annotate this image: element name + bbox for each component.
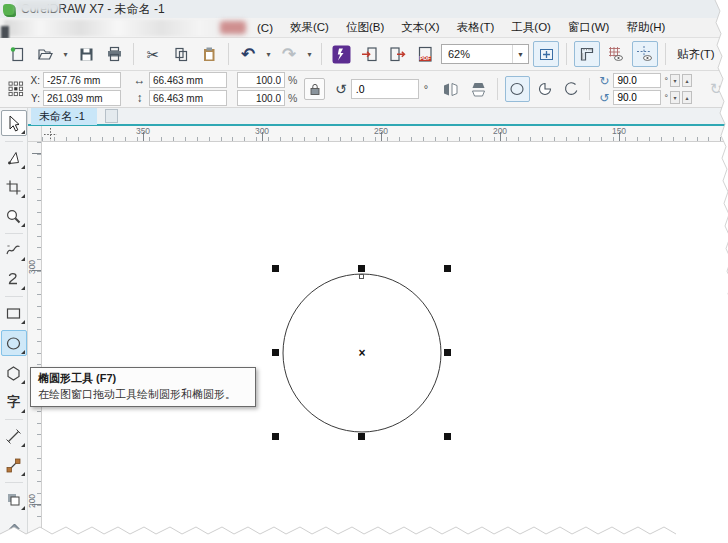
open-dropdown-caret[interactable]: ▾	[61, 50, 70, 59]
standard-toolbar: ▾ ✂ ↶ ▾ ↷ ▾ PDF	[0, 38, 728, 71]
polygon-tool[interactable]	[2, 361, 26, 385]
snap-to-dropdown[interactable]: 贴齐(T) ▾	[673, 45, 728, 64]
polygon-tool-icon	[5, 365, 22, 382]
degree-sign: °	[664, 76, 668, 86]
pdf-label: PDF	[413, 55, 437, 61]
export-button[interactable]	[385, 42, 409, 66]
rectangle-tool-icon	[5, 305, 22, 322]
selection-handle-sw[interactable]	[272, 433, 279, 440]
mirror-vertical-button[interactable]	[466, 77, 490, 101]
cut-button[interactable]: ✂	[141, 42, 165, 66]
arc-start-field[interactable]	[613, 73, 661, 88]
selection-handle-e[interactable]	[444, 349, 451, 356]
selection-handle-se[interactable]	[444, 433, 451, 440]
pick-tool[interactable]	[1, 110, 27, 136]
snap-to-caret: ▾	[719, 50, 728, 59]
show-guidelines-button[interactable]	[632, 41, 658, 67]
menu-effects[interactable]: 效果(C)	[288, 19, 331, 36]
toolbox-separator	[5, 419, 23, 420]
object-position-button[interactable]	[6, 78, 26, 100]
dimension-tool[interactable]	[2, 424, 26, 448]
lock-ratio-button[interactable]	[304, 78, 325, 100]
copy-button[interactable]	[169, 42, 193, 66]
save-button[interactable]	[74, 42, 98, 66]
arc-end-field[interactable]	[613, 90, 661, 105]
arc-start-spin-up[interactable]: ▴	[682, 74, 692, 87]
scale-h-field[interactable]	[237, 72, 285, 88]
arc-end-spin-up[interactable]: ▴	[682, 91, 692, 104]
x-position-field[interactable]	[43, 72, 121, 88]
zoom-fit-button[interactable]	[533, 41, 559, 67]
selection-handle-s[interactable]	[358, 433, 365, 440]
undo-dropdown-caret[interactable]: ▾	[264, 50, 273, 59]
mirror-horizontal-button[interactable]	[438, 77, 462, 101]
menu-help[interactable]: 帮助(H)	[624, 19, 667, 36]
arc-start-spin-down[interactable]: ▾	[670, 74, 680, 87]
new-document-button[interactable]	[5, 42, 29, 66]
text-tool[interactable]: 字	[2, 390, 26, 414]
ellipse-tool[interactable]	[1, 330, 27, 356]
zoom-tool[interactable]	[2, 204, 26, 228]
undo-button[interactable]: ↶	[236, 42, 260, 66]
shape-tool[interactable]	[2, 146, 26, 170]
tooltip-description: 在绘图窗口拖动工具绘制圆形和椭圆形。	[38, 387, 248, 402]
show-rulers-button[interactable]	[574, 41, 600, 67]
object-height-field[interactable]	[149, 90, 227, 106]
arc-angle-group: ↻ ° ▾ ▴ ↺ ° ▾ ▴	[597, 73, 692, 105]
flyout-indicator	[21, 257, 25, 261]
selection-handle-n[interactable]	[358, 265, 365, 272]
bspline-tool[interactable]	[2, 267, 26, 291]
vertical-ruler[interactable]: 300 200	[28, 142, 42, 543]
selection-handle-w[interactable]	[272, 349, 279, 356]
pie-mode-button[interactable]	[534, 77, 556, 101]
y-position-field[interactable]	[43, 90, 121, 106]
redo-dropdown-caret[interactable]: ▾	[305, 50, 314, 59]
menu-fragment: (C)	[255, 21, 275, 35]
publish-pdf-button[interactable]: PDF	[413, 42, 437, 66]
circle-top-node[interactable]	[359, 274, 364, 279]
toolbox-separator	[5, 482, 23, 483]
zoom-level-combo[interactable]: 62% ▼	[441, 44, 529, 64]
menu-bitmaps[interactable]: 位图(B)	[344, 19, 386, 36]
ruler-tick-label: 200	[27, 494, 37, 508]
open-button[interactable]	[33, 42, 57, 66]
paste-button[interactable]	[197, 42, 221, 66]
selection-handle-ne[interactable]	[444, 265, 451, 272]
object-width-field[interactable]	[149, 72, 227, 88]
connector-tool[interactable]	[2, 453, 26, 477]
new-page-icon[interactable]	[105, 109, 118, 123]
ellipse-mode-button[interactable]	[505, 76, 529, 102]
rectangle-tool[interactable]	[2, 301, 26, 325]
import-button[interactable]	[357, 42, 381, 66]
menu-table[interactable]: 表格(T)	[455, 19, 497, 36]
selection-handle-nw[interactable]	[272, 265, 279, 272]
censored-menu-region	[4, 20, 242, 36]
print-button[interactable]	[102, 42, 126, 66]
zoom-combo-caret[interactable]: ▼	[512, 45, 528, 63]
menu-tools[interactable]: 工具(O)	[509, 19, 553, 36]
fill-tool[interactable]	[2, 516, 26, 540]
search-content-button[interactable]	[329, 42, 353, 66]
mirror-horizontal-icon	[442, 81, 459, 98]
horizontal-ruler[interactable]: 350 300 250 200 150	[42, 126, 728, 142]
zoom-tool-icon	[5, 208, 22, 225]
arc-end-spin-down[interactable]: ▾	[670, 91, 680, 104]
toolbar-separator	[566, 43, 567, 65]
document-tab[interactable]: 未命名 -1	[31, 108, 97, 125]
guidelines-icon	[636, 45, 654, 63]
redo-button[interactable]: ↷	[277, 42, 301, 66]
show-grid-button[interactable]	[604, 42, 628, 66]
scale-v-field[interactable]	[237, 90, 285, 106]
rotation-angle-field[interactable]	[351, 79, 419, 99]
selection-center-marker[interactable]: ×	[358, 346, 365, 360]
drop-shadow-tool[interactable]	[2, 487, 26, 511]
menu-text[interactable]: 文本(X)	[399, 19, 441, 36]
ruler-tick-label: 350	[136, 126, 150, 136]
arc-mode-button[interactable]	[560, 77, 582, 101]
selected-circle-shape[interactable]	[42, 142, 728, 543]
crop-tool[interactable]	[2, 175, 26, 199]
menu-window[interactable]: 窗口(W)	[566, 19, 612, 36]
freehand-tool[interactable]	[2, 238, 26, 262]
drawing-canvas[interactable]: ×	[42, 142, 728, 543]
toolbox: 字	[0, 108, 28, 543]
